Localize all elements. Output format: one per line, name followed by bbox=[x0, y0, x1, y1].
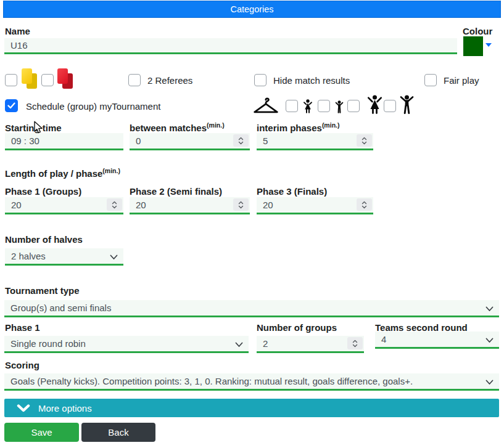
yellow-cards-icon bbox=[22, 68, 38, 89]
between-matches-label: between matches(min.) bbox=[130, 121, 225, 133]
page-title-bar: Categories bbox=[3, 1, 501, 18]
chevron-down-icon bbox=[485, 338, 494, 343]
scoring-label: Scoring bbox=[5, 360, 39, 370]
mouse-cursor-icon bbox=[33, 121, 44, 136]
name-label: Name bbox=[5, 26, 30, 36]
interim-phases-input[interactable] bbox=[257, 133, 373, 150]
tournament-type-label: Tournament type bbox=[5, 285, 80, 296]
phase1-length-field-wrap bbox=[5, 197, 123, 214]
interim-phases-spinner[interactable] bbox=[357, 134, 372, 147]
phase3-length-spinner[interactable] bbox=[357, 198, 372, 211]
phase2-length-field-wrap bbox=[130, 197, 250, 214]
man-checkbox[interactable] bbox=[384, 100, 396, 112]
spinner-arrows-icon bbox=[361, 201, 367, 209]
name-input[interactable] bbox=[4, 38, 457, 54]
schedule-label: Schedule (group) myTournament bbox=[26, 101, 160, 112]
chevron-down-icon bbox=[17, 404, 30, 412]
schedule-checkbox[interactable] bbox=[5, 99, 18, 112]
tournament-type-select[interactable]: Group(s) and semi finals bbox=[4, 300, 499, 317]
phase1-length-spinner[interactable] bbox=[107, 198, 122, 211]
number-of-groups-spinner[interactable] bbox=[347, 337, 363, 349]
chevron-down-icon bbox=[235, 342, 243, 348]
hide-match-results-label: Hide match results bbox=[273, 75, 350, 86]
number-of-halves-label: Number of halves bbox=[5, 234, 83, 245]
starting-time-input[interactable] bbox=[5, 133, 123, 150]
girl-checkbox[interactable] bbox=[286, 100, 298, 112]
red-cards-checkbox[interactable] bbox=[41, 74, 54, 86]
number-of-halves-select[interactable]: 2 halves bbox=[5, 248, 123, 266]
checkmark-icon bbox=[7, 102, 15, 109]
spinner-arrows-icon bbox=[352, 340, 358, 348]
two-referees-label: 2 Referees bbox=[147, 75, 192, 86]
clothes-hanger-icon bbox=[252, 96, 279, 115]
man-icon bbox=[400, 95, 414, 114]
colour-label: Colour bbox=[463, 26, 492, 36]
spinner-arrows-icon bbox=[238, 201, 244, 209]
scoring-select[interactable]: Goals (Penalty kicks). Competition point… bbox=[4, 373, 499, 391]
chevron-down-icon bbox=[110, 255, 118, 260]
name-field-wrap bbox=[4, 38, 457, 54]
interim-phases-unit: (min.) bbox=[322, 121, 340, 129]
spinner-arrows-icon bbox=[112, 201, 117, 209]
between-matches-spinner[interactable] bbox=[233, 134, 249, 147]
red-cards-icon bbox=[57, 68, 73, 89]
phase2-length-spinner[interactable] bbox=[233, 198, 249, 211]
number-of-groups-label: Number of groups bbox=[257, 322, 337, 333]
fair-play-checkbox[interactable] bbox=[424, 74, 437, 86]
hide-match-results-checkbox[interactable] bbox=[254, 74, 266, 86]
interim-phases-label: interim phases(min.) bbox=[257, 121, 339, 133]
teams-second-round-select[interactable]: 4 bbox=[375, 332, 499, 349]
categories-form: Categories Name Colour 2 Referees Hide m… bbox=[0, 0, 504, 448]
two-referees-checkbox[interactable] bbox=[128, 74, 141, 86]
length-of-play-heading: Length of play / phase(min.) bbox=[5, 167, 120, 179]
spinner-arrows-icon bbox=[238, 137, 244, 145]
number-of-groups-field-wrap bbox=[257, 336, 364, 353]
woman-icon bbox=[367, 95, 382, 114]
more-options-label: More options bbox=[38, 403, 92, 413]
phase3-length-input[interactable] bbox=[257, 197, 373, 214]
phase3-finals-label: Phase 3 (Finals) bbox=[257, 186, 327, 197]
page-title: Categories bbox=[230, 4, 273, 14]
colour-dropdown-triangle-icon[interactable] bbox=[485, 43, 492, 47]
colour-swatch[interactable] bbox=[463, 36, 483, 56]
girl-icon bbox=[303, 99, 313, 113]
starting-time-field-wrap bbox=[5, 133, 123, 150]
between-matches-field-wrap bbox=[130, 133, 250, 150]
phase3-length-field-wrap bbox=[257, 197, 373, 214]
chevron-down-icon bbox=[485, 380, 494, 385]
length-unit: (min.) bbox=[102, 167, 120, 174]
phase1-label: Phase 1 bbox=[5, 322, 40, 333]
boy-checkbox[interactable] bbox=[318, 100, 330, 112]
save-button[interactable]: Save bbox=[4, 423, 79, 442]
phase1-groups-label: Phase 1 (Groups) bbox=[5, 186, 81, 197]
between-matches-input[interactable] bbox=[130, 133, 250, 150]
between-matches-unit: (min.) bbox=[207, 121, 225, 129]
woman-checkbox[interactable] bbox=[347, 100, 360, 112]
interim-phases-field-wrap bbox=[257, 133, 373, 150]
back-button[interactable]: Back bbox=[81, 423, 155, 442]
phase2-semifinals-label: Phase 2 (Semi finals) bbox=[130, 186, 222, 197]
chevron-down-icon bbox=[485, 306, 494, 312]
fair-play-label: Fair play bbox=[444, 75, 479, 86]
spinner-arrows-icon bbox=[361, 137, 367, 145]
phase2-length-input[interactable] bbox=[130, 197, 250, 214]
boy-icon bbox=[335, 100, 344, 113]
more-options-bar[interactable]: More options bbox=[4, 399, 499, 417]
yellow-cards-checkbox[interactable] bbox=[5, 74, 17, 86]
phase1-length-input[interactable] bbox=[5, 197, 123, 214]
phase1-select[interactable]: Single round robin bbox=[4, 336, 249, 353]
